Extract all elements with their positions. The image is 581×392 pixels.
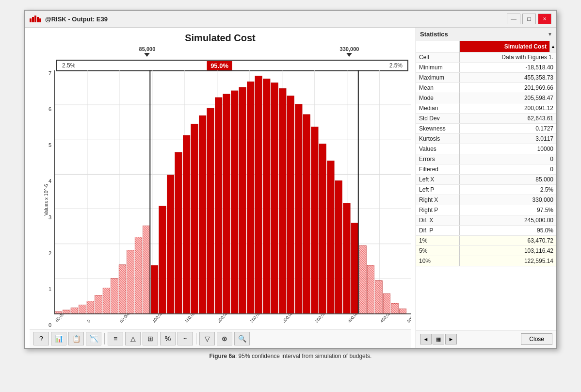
stats-row-maximum: Maximum 455,358.73 [416, 73, 556, 83]
svg-rect-38 [223, 94, 230, 313]
right-arrow-icon [346, 53, 352, 57]
svg-rect-31 [167, 175, 174, 313]
cell-value: Data with Figures 1. [460, 52, 556, 62]
skewness-label: Skewness [416, 124, 460, 133]
stats-row-kurtosis: Kurtosis 3.0117 [416, 134, 556, 144]
leftx-label: Left X [416, 175, 460, 184]
svg-rect-58 [383, 294, 390, 313]
svg-rect-17 [55, 312, 62, 313]
svg-text:250,000: 250,000 [249, 314, 263, 324]
svg-rect-18 [63, 310, 70, 313]
maximize-button[interactable]: □ [522, 14, 536, 24]
statistics-table: Simulated Cost ▲ Cell Data with Figures … [416, 41, 556, 330]
rightp-label: Right P [416, 205, 460, 215]
x-axis: -50,000 0 50,000 100,000 150,000 200,000… [54, 314, 411, 329]
maximum-value: 455,358.73 [460, 73, 556, 82]
difx-value: 245,000.00 [460, 215, 556, 225]
svg-rect-39 [231, 91, 238, 313]
grid-button[interactable]: ⊞ [143, 332, 158, 345]
y-label-4: 4 [48, 178, 51, 184]
stats-row-errors: Errors 0 [416, 154, 556, 164]
risk-icon [30, 16, 41, 22]
ci-box: 2.5% 95.0% 2.5% [56, 60, 408, 71]
histogram-inner [54, 70, 411, 314]
5pct-label: 5% [416, 246, 460, 256]
minimum-label: Minimum [416, 63, 460, 72]
10pct-value: 122,595.14 [460, 256, 556, 266]
down-button[interactable]: ▽ [199, 332, 215, 345]
wave-button[interactable]: ~ [178, 332, 193, 345]
svg-text:300,000: 300,000 [282, 314, 295, 324]
minimize-button[interactable]: — [507, 14, 520, 24]
stats-row-10pct: 10% 122,595.14 [416, 256, 556, 266]
y-label-7: 7 [48, 70, 51, 76]
leftp-label: Left P [416, 185, 460, 195]
nav-right-button[interactable]: ► [445, 334, 457, 344]
toolbar-separator-2 [196, 333, 196, 344]
rightp-value: 97.5% [460, 205, 556, 215]
scroll-indicator: ▲ [549, 41, 556, 52]
figure-caption-text: : 95% confidence interval from simulatio… [235, 353, 371, 359]
chart-title: Simulated Cost [30, 33, 411, 44]
svg-text:-50,000: -50,000 [54, 314, 67, 324]
svg-rect-60 [399, 309, 406, 313]
svg-rect-34 [191, 124, 198, 313]
minimum-value: -18,518.40 [460, 63, 556, 72]
chart-area: Simulated Cost 85,000 330,000 2.5 [25, 28, 416, 348]
svg-rect-22 [95, 295, 102, 313]
left-marker-value: 85,000 [139, 46, 156, 52]
stats-row-median: Median 200,091.12 [416, 103, 556, 114]
figure-caption-strong: Figure 6a [210, 353, 235, 359]
help-button[interactable]: ? [33, 332, 49, 345]
svg-rect-27 [135, 237, 142, 313]
svg-rect-41 [247, 82, 254, 313]
nav-left-button[interactable]: ◄ [420, 334, 432, 344]
svg-rect-48 [303, 114, 310, 313]
svg-rect-30 [159, 206, 166, 313]
y-axis: 0 1 2 3 4 5 6 7 [30, 70, 54, 329]
bar-chart-button[interactable]: 📉 [86, 332, 101, 345]
content-area: Simulated Cost 85,000 330,000 2.5 [25, 28, 556, 348]
svg-rect-29 [151, 265, 158, 313]
5pct-value: 103,116.42 [460, 246, 556, 256]
kurtosis-value: 3.0117 [460, 134, 556, 144]
close-window-button[interactable]: × [538, 14, 551, 24]
svg-rect-26 [127, 250, 134, 313]
zoom-out-button[interactable]: 🔍 [234, 332, 250, 345]
svg-rect-54 [351, 223, 358, 313]
percent-button[interactable]: % [160, 332, 176, 345]
leftx-value: 85,000 [460, 175, 556, 184]
distribution-button[interactable]: △ [125, 332, 141, 345]
nav-chart-button[interactable]: ▦ [433, 334, 444, 344]
svg-rect-52 [335, 180, 342, 313]
filter-button[interactable]: ≡ [108, 332, 123, 345]
svg-text:0: 0 [86, 318, 91, 324]
svg-text:100,000: 100,000 [151, 314, 165, 324]
histogram-area: 0 1 2 3 4 5 6 7 Values x 10^-6 [30, 70, 411, 329]
stats-footer: ◄ ▦ ► Close [416, 330, 556, 348]
svg-rect-44 [271, 83, 278, 313]
svg-rect-59 [391, 303, 399, 313]
stats-row-mode: Mode 205,598.47 [416, 93, 556, 103]
svg-rect-49 [311, 127, 318, 313]
svg-rect-37 [215, 98, 222, 313]
svg-rect-33 [183, 135, 190, 313]
svg-rect-36 [207, 108, 214, 313]
stats-row-leftp: Left P 2.5% [416, 185, 556, 195]
stats-row-difp: Dif. P 95.0% [416, 226, 556, 236]
histogram-svg [55, 70, 411, 313]
zoom-in-button[interactable]: ⊕ [217, 332, 232, 345]
stddev-value: 62,643.61 [460, 114, 556, 123]
svg-text:450,000: 450,000 [379, 314, 393, 324]
mean-label: Mean [416, 83, 460, 93]
table-button[interactable]: 📋 [68, 332, 84, 345]
chart-button[interactable]: 📊 [51, 332, 66, 345]
toolbar-separator-1 [104, 333, 105, 344]
right-marker-value: 330,000 [340, 46, 359, 52]
svg-rect-51 [327, 161, 335, 313]
dropdown-arrow-icon[interactable]: ▼ [548, 32, 552, 37]
svg-rect-46 [287, 96, 294, 313]
y-label-6: 6 [48, 106, 51, 112]
skewness-value: 0.1727 [460, 124, 556, 133]
close-stats-button[interactable]: Close [521, 333, 552, 345]
